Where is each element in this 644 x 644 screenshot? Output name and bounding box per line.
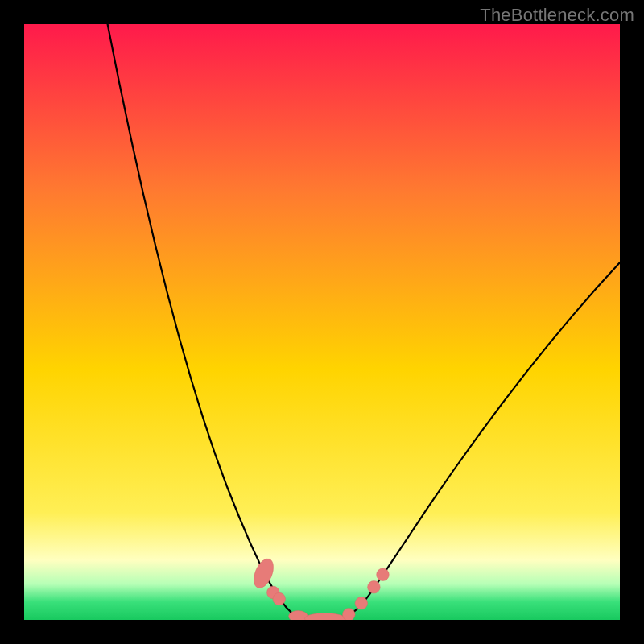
- gradient-background: [24, 24, 620, 620]
- chart-svg: [24, 24, 620, 620]
- marker-5: [343, 609, 356, 620]
- marker-2: [273, 592, 286, 605]
- marker-8: [377, 568, 390, 581]
- marker-6: [355, 597, 368, 610]
- chart-frame: TheBottleneck.com: [0, 0, 644, 644]
- plot-area: [24, 24, 620, 620]
- marker-7: [368, 581, 381, 594]
- attribution-label: TheBottleneck.com: [480, 5, 634, 26]
